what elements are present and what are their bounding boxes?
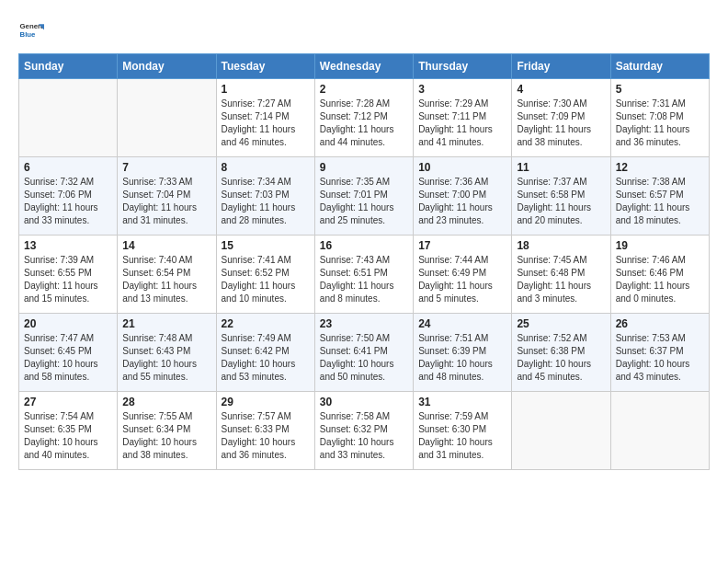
day-number: 10 xyxy=(418,161,506,174)
day-info: Sunrise: 7:54 AMSunset: 6:35 PMDaylight:… xyxy=(24,410,112,462)
col-thursday: Thursday xyxy=(414,54,512,79)
day-info: Sunrise: 7:29 AMSunset: 7:11 PMDaylight:… xyxy=(418,98,506,149)
day-info: Sunrise: 7:51 AMSunset: 6:39 PMDaylight:… xyxy=(418,332,506,384)
calendar-week-3: 13Sunrise: 7:39 AMSunset: 6:55 PMDayligh… xyxy=(19,236,710,314)
calendar-cell: 14Sunrise: 7:40 AMSunset: 6:54 PMDayligh… xyxy=(118,236,216,314)
day-info: Sunrise: 7:41 AMSunset: 6:52 PMDaylight:… xyxy=(222,254,310,305)
calendar-cell xyxy=(19,79,118,157)
day-info: Sunrise: 7:43 AMSunset: 6:51 PMDaylight:… xyxy=(320,254,408,305)
day-info: Sunrise: 7:59 AMSunset: 6:30 PMDaylight:… xyxy=(418,410,506,462)
day-number: 14 xyxy=(122,239,210,252)
day-info: Sunrise: 7:40 AMSunset: 6:54 PMDaylight:… xyxy=(122,254,210,305)
day-number: 24 xyxy=(418,317,506,330)
calendar-cell: 12Sunrise: 7:38 AMSunset: 6:57 PMDayligh… xyxy=(610,157,709,236)
day-number: 7 xyxy=(122,161,210,174)
day-info: Sunrise: 7:39 AMSunset: 6:55 PMDaylight:… xyxy=(24,254,112,305)
day-number: 19 xyxy=(616,239,704,252)
day-info: Sunrise: 7:49 AMSunset: 6:42 PMDaylight:… xyxy=(222,332,310,384)
day-info: Sunrise: 7:36 AMSunset: 7:00 PMDaylight:… xyxy=(418,176,506,227)
day-number: 25 xyxy=(517,317,605,330)
calendar-cell: 6Sunrise: 7:32 AMSunset: 7:06 PMDaylight… xyxy=(19,157,118,236)
calendar-cell: 9Sunrise: 7:35 AMSunset: 7:01 PMDaylight… xyxy=(314,157,413,236)
calendar-week-4: 20Sunrise: 7:47 AMSunset: 6:45 PMDayligh… xyxy=(19,314,710,392)
day-info: Sunrise: 7:34 AMSunset: 7:03 PMDaylight:… xyxy=(222,176,310,227)
day-number: 6 xyxy=(24,161,112,174)
day-number: 27 xyxy=(24,396,112,408)
calendar-cell: 7Sunrise: 7:33 AMSunset: 7:04 PMDaylight… xyxy=(118,157,216,236)
col-wednesday: Wednesday xyxy=(314,54,413,79)
calendar-cell xyxy=(512,392,610,470)
day-number: 5 xyxy=(616,83,704,96)
day-info: Sunrise: 7:37 AMSunset: 6:58 PMDaylight:… xyxy=(517,176,605,227)
day-number: 8 xyxy=(222,161,310,174)
day-info: Sunrise: 7:31 AMSunset: 7:08 PMDaylight:… xyxy=(616,98,704,149)
calendar-week-2: 6Sunrise: 7:32 AMSunset: 7:06 PMDaylight… xyxy=(19,157,710,236)
calendar-cell: 25Sunrise: 7:52 AMSunset: 6:38 PMDayligh… xyxy=(512,314,610,392)
day-info: Sunrise: 7:38 AMSunset: 6:57 PMDaylight:… xyxy=(616,176,704,227)
day-number: 15 xyxy=(222,239,310,252)
calendar-header: Sunday Monday Tuesday Wednesday Thursday… xyxy=(19,54,710,79)
day-info: Sunrise: 7:33 AMSunset: 7:04 PMDaylight:… xyxy=(122,176,210,227)
day-number: 29 xyxy=(222,396,310,408)
calendar-table: Sunday Monday Tuesday Wednesday Thursday… xyxy=(18,53,710,470)
day-number: 30 xyxy=(320,396,408,408)
calendar-cell: 13Sunrise: 7:39 AMSunset: 6:55 PMDayligh… xyxy=(19,236,118,314)
day-number: 13 xyxy=(24,239,112,252)
calendar-cell: 4Sunrise: 7:30 AMSunset: 7:09 PMDaylight… xyxy=(512,79,610,157)
day-info: Sunrise: 7:46 AMSunset: 6:46 PMDaylight:… xyxy=(616,254,704,305)
day-info: Sunrise: 7:55 AMSunset: 6:34 PMDaylight:… xyxy=(122,410,210,462)
calendar-cell: 17Sunrise: 7:44 AMSunset: 6:49 PMDayligh… xyxy=(414,236,512,314)
calendar-week-1: 1Sunrise: 7:27 AMSunset: 7:14 PMDaylight… xyxy=(19,79,710,157)
day-number: 16 xyxy=(320,239,408,252)
calendar-cell: 21Sunrise: 7:48 AMSunset: 6:43 PMDayligh… xyxy=(118,314,216,392)
day-number: 1 xyxy=(222,83,310,96)
calendar-cell: 10Sunrise: 7:36 AMSunset: 7:00 PMDayligh… xyxy=(414,157,512,236)
day-number: 23 xyxy=(320,317,408,330)
day-number: 18 xyxy=(517,239,605,252)
day-number: 2 xyxy=(320,83,408,96)
calendar-cell: 1Sunrise: 7:27 AMSunset: 7:14 PMDaylight… xyxy=(216,79,314,157)
day-number: 12 xyxy=(616,161,704,174)
day-info: Sunrise: 7:45 AMSunset: 6:48 PMDaylight:… xyxy=(517,254,605,305)
col-monday: Monday xyxy=(118,54,216,79)
day-number: 31 xyxy=(418,396,506,408)
calendar-cell: 19Sunrise: 7:46 AMSunset: 6:46 PMDayligh… xyxy=(610,236,709,314)
day-info: Sunrise: 7:52 AMSunset: 6:38 PMDaylight:… xyxy=(517,332,605,384)
calendar-cell: 2Sunrise: 7:28 AMSunset: 7:12 PMDaylight… xyxy=(314,79,413,157)
calendar-cell: 18Sunrise: 7:45 AMSunset: 6:48 PMDayligh… xyxy=(512,236,610,314)
day-info: Sunrise: 7:57 AMSunset: 6:33 PMDaylight:… xyxy=(222,410,310,462)
col-saturday: Saturday xyxy=(610,54,709,79)
day-info: Sunrise: 7:47 AMSunset: 6:45 PMDaylight:… xyxy=(24,332,112,384)
logo: General Blue xyxy=(18,18,44,44)
calendar-cell: 23Sunrise: 7:50 AMSunset: 6:41 PMDayligh… xyxy=(314,314,413,392)
calendar-cell: 15Sunrise: 7:41 AMSunset: 6:52 PMDayligh… xyxy=(216,236,314,314)
calendar-cell: 27Sunrise: 7:54 AMSunset: 6:35 PMDayligh… xyxy=(19,392,118,470)
col-friday: Friday xyxy=(512,54,610,79)
calendar-cell: 8Sunrise: 7:34 AMSunset: 7:03 PMDaylight… xyxy=(216,157,314,236)
day-info: Sunrise: 7:35 AMSunset: 7:01 PMDaylight:… xyxy=(320,176,408,227)
day-number: 21 xyxy=(122,317,210,330)
day-number: 22 xyxy=(222,317,310,330)
day-number: 11 xyxy=(517,161,605,174)
day-info: Sunrise: 7:32 AMSunset: 7:06 PMDaylight:… xyxy=(24,176,112,227)
calendar-cell: 26Sunrise: 7:53 AMSunset: 6:37 PMDayligh… xyxy=(610,314,709,392)
calendar-cell: 3Sunrise: 7:29 AMSunset: 7:11 PMDaylight… xyxy=(414,79,512,157)
day-number: 20 xyxy=(24,317,112,330)
day-info: Sunrise: 7:58 AMSunset: 6:32 PMDaylight:… xyxy=(320,410,408,462)
calendar-cell: 30Sunrise: 7:58 AMSunset: 6:32 PMDayligh… xyxy=(314,392,413,470)
day-info: Sunrise: 7:48 AMSunset: 6:43 PMDaylight:… xyxy=(122,332,210,384)
day-number: 26 xyxy=(616,317,704,330)
logo-icon: General Blue xyxy=(18,18,44,44)
calendar-cell xyxy=(610,392,709,470)
day-info: Sunrise: 7:27 AMSunset: 7:14 PMDaylight:… xyxy=(222,98,310,149)
calendar-cell: 24Sunrise: 7:51 AMSunset: 6:39 PMDayligh… xyxy=(414,314,512,392)
col-sunday: Sunday xyxy=(19,54,118,79)
svg-text:Blue: Blue xyxy=(20,30,37,39)
day-number: 4 xyxy=(517,83,605,96)
day-info: Sunrise: 7:28 AMSunset: 7:12 PMDaylight:… xyxy=(320,98,408,149)
day-info: Sunrise: 7:44 AMSunset: 6:49 PMDaylight:… xyxy=(418,254,506,305)
calendar-week-5: 27Sunrise: 7:54 AMSunset: 6:35 PMDayligh… xyxy=(19,392,710,470)
day-info: Sunrise: 7:50 AMSunset: 6:41 PMDaylight:… xyxy=(320,332,408,384)
day-number: 9 xyxy=(320,161,408,174)
calendar-cell: 28Sunrise: 7:55 AMSunset: 6:34 PMDayligh… xyxy=(118,392,216,470)
